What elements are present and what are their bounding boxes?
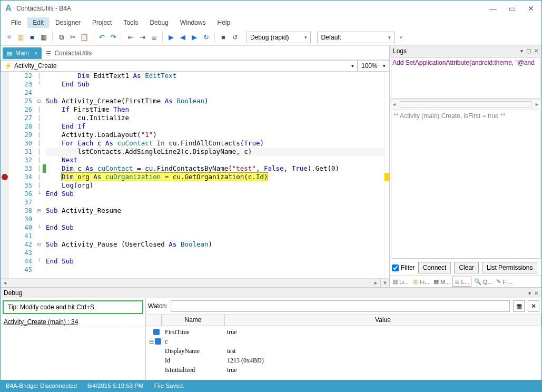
menu-tools[interactable]: Tools [118,17,143,28]
tab-other-label: ContactsUtils [54,50,92,57]
copy-icon[interactable]: ⧉ [56,32,66,43]
variable-row[interactable]: Id1213 (0x4BD) [149,356,538,365]
logs-title: Logs [393,47,407,55]
close-tab-icon[interactable]: × [34,50,37,56]
build-config-combo[interactable]: Debug (rapid)▾ [247,32,311,43]
save-icon[interactable]: ■ [27,32,37,43]
status-bar: B4A-Bridge: Disconnected 6/4/2015 5:19:5… [1,380,541,391]
lightning-icon: ⚡ [4,62,12,70]
new-icon[interactable]: ✧ [4,32,14,43]
watch-label: Watch: [148,302,167,310]
watch-calc-icon[interactable]: ▦ [513,300,525,312]
close-button[interactable]: ✕ [524,3,538,14]
menu-debug[interactable]: Debug [144,17,173,28]
menu-file[interactable]: File [6,17,26,28]
logs-header: Logs ▾ ▢ ✕ [390,46,541,56]
run-icon[interactable]: ▶ [166,32,176,43]
logs-runtime-box: ** Activity (main) Create, isFirst = tru… [391,110,540,259]
step-icon[interactable]: ↺ [230,32,240,43]
editor-hscroll[interactable]: ◄►▼ [1,278,389,287]
paste-icon[interactable]: 📋 [79,32,90,43]
variables-header: Name Value [146,315,541,326]
right-tab-quicksearch[interactable]: 🔍Q... [472,277,494,286]
stop-icon[interactable]: ■ [218,32,229,43]
filter-checkbox[interactable]: Filter [392,264,415,271]
watch-input[interactable] [171,300,510,312]
clear-button[interactable]: Clear [454,262,479,273]
watch-clear-icon[interactable]: ✕ [528,300,539,312]
right-tab-files[interactable]: ▥Fi... [411,277,431,286]
status-bridge: B4A-Bridge: Disconnected [6,383,77,389]
cut-icon[interactable]: ✂ [67,32,78,43]
right-tab-modules[interactable]: ▦M... [432,277,451,286]
call-stack-item[interactable]: Activity_Create (main) : 34 [3,317,143,327]
logs-compile-box: Add SetApplicationAttribute(android:them… [391,57,540,99]
logs-compile-hscroll[interactable]: ◄ ► [390,100,541,109]
undo-icon[interactable]: ↶ [96,32,107,43]
indent-icon[interactable]: ⇥ [137,32,147,43]
status-time: 6/4/2015 5:19:53 PM [87,383,144,389]
app-icon: A [4,4,13,13]
nav-fwd-icon[interactable]: ▶ [189,32,200,43]
module-icon: ☰ [46,50,51,57]
restart-icon[interactable]: ↻ [201,32,211,43]
list-permissions-button[interactable]: List Permissions [482,262,537,273]
toolbar: ✧ ▥ ■ ▦ ⧉ ✂ 📋 ↶ ↷ ⇤ ⇥ ≣ ▶ ◀ ▶ ↻ ■ ↺ Debu… [1,29,541,46]
tip-box: Tip: Modify code and hit Ctrl+S [3,300,143,314]
open-icon[interactable]: ▥ [15,32,26,43]
connect-button[interactable]: Connect [418,262,451,273]
menu-windows[interactable]: Windows [175,17,211,28]
toolbar-overflow-icon[interactable]: ▾ [396,32,406,43]
editor-tabs: ▤ Main × ☰ ContactsUtils [1,46,389,60]
minimize-button[interactable]: — [486,3,500,14]
zoom-combo[interactable]: 100%▾ [358,60,389,72]
right-tab-find[interactable]: ✎Fi... [495,277,514,286]
target-combo[interactable]: Default▾ [317,32,395,43]
right-tab-logs[interactable]: ≣L... [452,277,471,287]
nav-back-icon[interactable]: ◀ [178,32,188,43]
menu-edit[interactable]: Edit [27,17,49,28]
menu-help[interactable]: Help [212,17,236,28]
right-tab-libraries[interactable]: ▥Li... [391,277,410,286]
variable-row[interactable]: FirstTimetrue [149,327,538,337]
redo-icon[interactable]: ↷ [108,32,119,43]
panel-menu-icon[interactable]: ▾ [520,48,523,54]
variable-row[interactable]: ⊟c [149,337,538,346]
close-panel-icon[interactable]: ✕ [534,48,538,54]
variable-row[interactable]: DisplayNametest [149,346,538,356]
pin-icon[interactable]: ▢ [526,48,531,54]
status-msg: File Saved. [154,383,185,389]
outdent-icon[interactable]: ⇤ [125,32,136,43]
module-icon[interactable]: ▦ [38,32,49,43]
window-title: ContactsUtils - B4A [16,5,71,12]
debug-menu-icon[interactable]: ▾ [528,290,531,296]
title-bar: A ContactsUtils - B4A — ▭ ✕ [1,1,541,16]
tab-main-label: Main [15,50,29,57]
menubar: File Edit Designer Project Tools Debug W… [1,16,541,29]
maximize-button[interactable]: ▭ [505,3,519,14]
debug-header: Debug ▾ ✕ [1,288,541,298]
tab-main[interactable]: ▤ Main × [3,47,42,59]
member-combo[interactable]: ⚡ Activity_Create ▾ [1,60,358,72]
variable-row[interactable]: IsInitializedtrue [149,365,538,375]
module-icon: ▤ [7,50,12,57]
tab-contactsutils[interactable]: ☰ ContactsUtils [42,47,96,59]
debug-title: Debug [4,289,22,297]
code-editor[interactable]: 2223242526272829303132333435363738394041… [1,72,389,278]
debug-close-icon[interactable]: ✕ [534,290,538,296]
menu-project[interactable]: Project [87,17,117,28]
comment-icon[interactable]: ≣ [149,32,159,43]
menu-designer[interactable]: Designer [50,17,86,28]
